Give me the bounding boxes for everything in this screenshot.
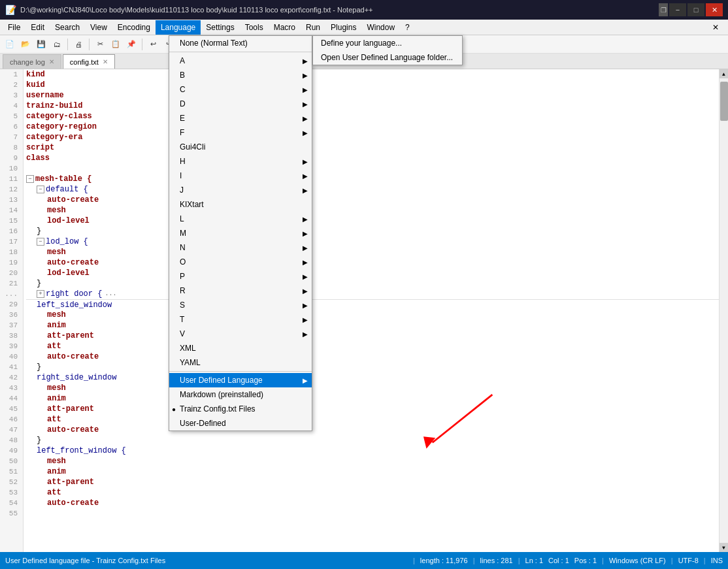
code-line: left_side_window	[26, 299, 719, 310]
code-line: script	[26, 142, 719, 153]
udl-define[interactable]: Define your language...	[313, 36, 462, 50]
lang-t[interactable]: T▶	[169, 312, 312, 327]
status-ins: INS	[711, 557, 723, 564]
code-line: mesh	[26, 247, 719, 257]
tb-open[interactable]: 📂	[18, 37, 33, 52]
lang-s[interactable]: S▶	[169, 298, 312, 312]
lang-l[interactable]: L▶	[169, 212, 312, 226]
tb-undo[interactable]: ↩	[146, 37, 160, 52]
lang-none[interactable]: None (Normal Text)	[169, 36, 312, 50]
tab-config-label: config.txt	[70, 58, 99, 66]
menu-tools[interactable]: Tools	[240, 20, 269, 35]
lang-n[interactable]: N▶	[169, 240, 312, 255]
lang-i[interactable]: I▶	[169, 169, 312, 183]
scroll-track[interactable]	[720, 78, 728, 543]
menu-run[interactable]: Run	[301, 20, 325, 35]
menu-macro[interactable]: Macro	[269, 20, 301, 35]
lang-trainz[interactable]: ● Trainz Config.txt Files	[169, 402, 312, 416]
titlebar: 📝 D:\@working\CNJ840\Loco body\Models\ku…	[0, 0, 728, 20]
status-sep6: |	[602, 557, 604, 564]
menubar: File Edit Search View Encoding Language …	[0, 20, 728, 35]
lang-udl[interactable]: User Defined Language▶	[169, 373, 312, 387]
lang-p[interactable]: P▶	[169, 269, 312, 284]
lang-c[interactable]: C▶	[169, 82, 312, 97]
menu-edit[interactable]: Edit	[25, 20, 50, 35]
fold-icon[interactable]: +	[37, 290, 44, 298]
status-sep8: |	[704, 557, 706, 564]
lang-r[interactable]: R▶	[169, 284, 312, 298]
menu-settings[interactable]: Settings	[201, 20, 239, 35]
maximize-button[interactable]: □	[687, 3, 704, 16]
menu-language[interactable]: Language	[156, 20, 201, 35]
lang-a[interactable]: A▶	[169, 54, 312, 68]
status-col: Col : 1	[548, 557, 569, 564]
code-line: category-region	[26, 122, 719, 132]
lang-m[interactable]: M▶	[169, 226, 312, 240]
tb-print[interactable]: 🖨	[71, 37, 86, 52]
tb-save-all[interactable]: 🗂	[50, 37, 64, 52]
menu-plugins[interactable]: Plugins	[325, 20, 361, 35]
code-line: auto-create	[26, 351, 719, 362]
menu-encoding[interactable]: Encoding	[112, 20, 156, 35]
lang-v[interactable]: V▶	[169, 327, 312, 341]
code-line: category-era	[26, 132, 719, 142]
status-ln: Ln : 1	[525, 557, 544, 564]
main-area: 1 2 3 4 5 6 7 8 9 10 11 12 13 14 15 16 1…	[0, 69, 728, 552]
vertical-scrollbar[interactable]: ▲ ▼	[719, 69, 728, 552]
code-line: att-parent	[26, 477, 719, 487]
tab-config[interactable]: config.txt ✕	[63, 54, 115, 69]
lang-o[interactable]: O▶	[169, 255, 312, 269]
status-sep1: |	[413, 557, 415, 564]
close-button[interactable]: ✕	[706, 3, 723, 16]
menu-help[interactable]: ?	[400, 20, 415, 35]
scroll-thumb[interactable]	[720, 82, 728, 121]
menu-close-x[interactable]: ✕	[706, 22, 725, 33]
status-lang: User Defined language file - Trainz Conf…	[5, 557, 408, 564]
lang-xml[interactable]: XML	[169, 341, 312, 355]
lang-j[interactable]: J▶	[169, 183, 312, 197]
tb-save[interactable]: 💾	[34, 37, 48, 52]
code-line: mesh	[26, 205, 719, 216]
side-button[interactable]: ❐	[659, 3, 668, 16]
tb-copy[interactable]: 📋	[108, 37, 123, 52]
scroll-down-button[interactable]: ▼	[720, 543, 729, 552]
code-line: auto-create	[26, 425, 719, 435]
code-line: kind	[26, 69, 719, 80]
tab-config-close[interactable]: ✕	[103, 58, 108, 65]
status-encoding: UTF-8	[678, 557, 699, 564]
menu-search[interactable]: Search	[50, 20, 85, 35]
fold-icon[interactable]: −	[26, 175, 34, 183]
menu-file[interactable]: File	[3, 20, 25, 35]
lang-d[interactable]: D▶	[169, 97, 312, 111]
menu-window[interactable]: Window	[361, 20, 400, 35]
code-line: right_side_window	[26, 372, 719, 383]
tab-changelog[interactable]: change log ✕	[3, 54, 61, 69]
code-content[interactable]: kind kuid username trainz-build category…	[24, 69, 719, 552]
lang-b[interactable]: B▶	[169, 68, 312, 82]
status-lines: lines : 281	[480, 557, 513, 564]
menu-view[interactable]: View	[85, 20, 112, 35]
lang-markdown[interactable]: Markdown (preinstalled)	[169, 387, 312, 402]
code-line: att	[26, 341, 719, 351]
code-line: }	[26, 435, 719, 446]
tb-paste[interactable]: 📌	[124, 37, 139, 52]
code-line: anim	[26, 320, 719, 331]
tb-cut[interactable]: ✂	[93, 37, 107, 52]
status-sep2: |	[473, 557, 475, 564]
lang-user-defined[interactable]: User-Defined	[169, 416, 312, 431]
app-icon: 📝	[5, 5, 16, 15]
fold-icon[interactable]: −	[37, 186, 44, 193]
scroll-up-button[interactable]: ▲	[720, 69, 729, 78]
tab-changelog-close[interactable]: ✕	[49, 58, 54, 65]
lang-yaml[interactable]: YAML	[169, 355, 312, 370]
lang-gui4cli[interactable]: Gui4Cli	[169, 140, 312, 154]
code-line: mesh	[26, 383, 719, 393]
lang-kixtart[interactable]: KIXtart	[169, 197, 312, 212]
lang-e[interactable]: E▶	[169, 111, 312, 125]
udl-open-folder[interactable]: Open User Defined Language folder...	[313, 50, 462, 65]
fold-icon[interactable]: −	[37, 238, 44, 246]
lang-h[interactable]: H▶	[169, 154, 312, 169]
minimize-button[interactable]: −	[669, 3, 686, 16]
tb-new[interactable]: 📄	[3, 37, 17, 52]
lang-f[interactable]: F▶	[169, 125, 312, 140]
